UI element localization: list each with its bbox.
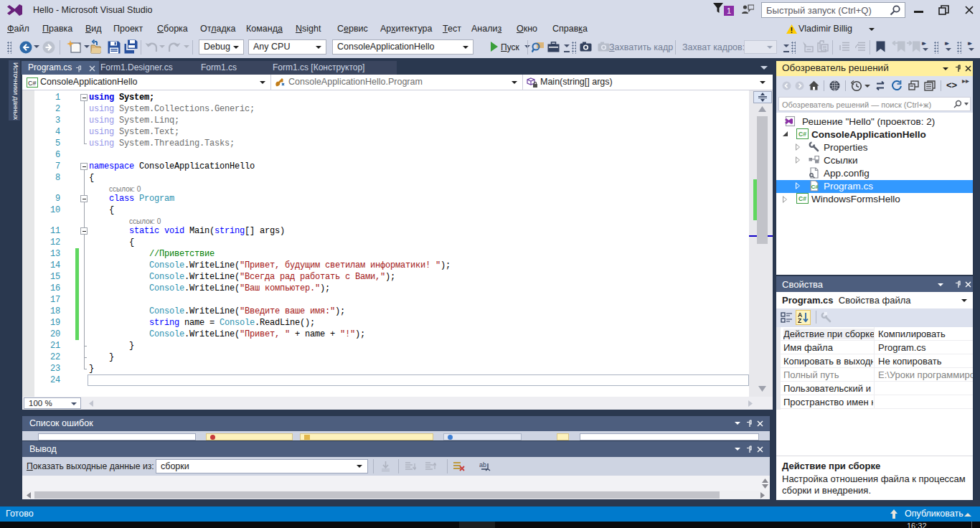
svg-text:Z: Z	[798, 317, 801, 324]
svg-text:C#: C#	[28, 80, 37, 87]
svg-text:C#: C#	[811, 184, 819, 190]
svg-text:ab: ab	[479, 461, 486, 468]
